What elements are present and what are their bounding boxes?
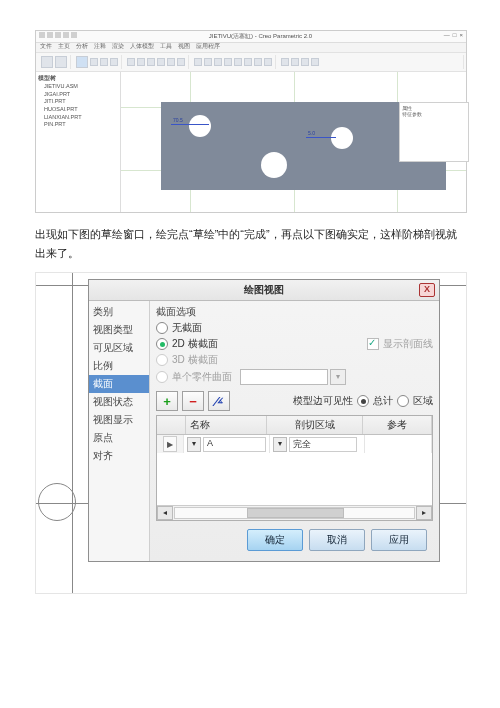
- section-options-label: 截面选项: [156, 305, 433, 319]
- menu-analysis[interactable]: 分析: [76, 43, 88, 50]
- tab-origin[interactable]: 原点: [89, 429, 149, 447]
- tab-section[interactable]: 截面: [89, 375, 149, 393]
- radio-no-section-label: 无截面: [172, 321, 202, 335]
- qat-icon: [71, 32, 77, 38]
- menu-view[interactable]: 视图: [178, 43, 190, 50]
- qat-icon: [39, 32, 45, 38]
- ribbon-icon[interactable]: [194, 58, 202, 66]
- menu-annotate[interactable]: 注释: [94, 43, 106, 50]
- radio-area-label: 区域: [413, 394, 433, 408]
- th-region[interactable]: 剖切区域: [267, 416, 363, 434]
- close-icon[interactable]: ×: [459, 32, 463, 41]
- ribbon-icon[interactable]: [100, 58, 108, 66]
- ribbon-icon[interactable]: [110, 58, 118, 66]
- dimension[interactable]: 5.0: [306, 137, 336, 138]
- table-row[interactable]: ▶ ▾ A ▾ 完全: [157, 435, 432, 453]
- ribbon-icon[interactable]: [157, 58, 165, 66]
- scroll-left-icon[interactable]: ◂: [157, 506, 173, 520]
- section-region-field[interactable]: 完全: [289, 437, 357, 452]
- ribbon-icon[interactable]: [204, 58, 212, 66]
- menu-manikin[interactable]: 人体模型: [130, 43, 154, 50]
- tab-scale[interactable]: 比例: [89, 357, 149, 375]
- radio-area[interactable]: [397, 395, 409, 407]
- tab-alignment[interactable]: 对齐: [89, 447, 149, 465]
- properties-panel[interactable]: 属性 特征参数: [399, 102, 469, 162]
- radio-no-section[interactable]: [156, 322, 168, 334]
- model-tree[interactable]: 模型树 JIETIVU.ASM JIGAI.PRT JITI.PRT HUOSA…: [36, 72, 121, 212]
- ribbon-icon[interactable]: [127, 58, 135, 66]
- checkbox-icon: [367, 338, 379, 350]
- ribbon-icon[interactable]: [214, 58, 222, 66]
- ribbon-icon[interactable]: [137, 58, 145, 66]
- radio-total[interactable]: [357, 395, 369, 407]
- dropdown-arrow-icon[interactable]: ▾: [187, 437, 201, 452]
- row-selector-icon[interactable]: ▶: [163, 436, 177, 452]
- ribbon-icon[interactable]: [311, 58, 319, 66]
- th-name[interactable]: 名称: [186, 416, 267, 434]
- ribbon-icon[interactable]: [254, 58, 262, 66]
- ribbon-icon[interactable]: [301, 58, 309, 66]
- radio-single-surface-label: 单个零件曲面: [172, 370, 232, 384]
- single-surface-field: [240, 369, 328, 385]
- ribbon-icon[interactable]: [41, 56, 53, 68]
- section-name-field[interactable]: A: [203, 437, 266, 452]
- maximize-icon[interactable]: □: [453, 32, 457, 41]
- ribbon-icon[interactable]: [90, 58, 98, 66]
- scroll-track[interactable]: [174, 507, 415, 519]
- radio-2d-section[interactable]: [156, 338, 168, 350]
- apply-button[interactable]: 应用: [371, 529, 427, 551]
- scroll-right-icon[interactable]: ▸: [416, 506, 432, 520]
- tree-item[interactable]: HUOSAI.PRT: [38, 106, 118, 114]
- ribbon-icon[interactable]: [234, 58, 242, 66]
- qat-icon: [55, 32, 61, 38]
- dimension[interactable]: 70.5: [171, 124, 209, 125]
- menu-apps[interactable]: 应用程序: [196, 43, 220, 50]
- tree-item[interactable]: LIANXIAN.PRT: [38, 114, 118, 122]
- ribbon-icon[interactable]: [55, 56, 67, 68]
- radio-total-label: 总计: [373, 394, 393, 408]
- menu-tools[interactable]: 工具: [160, 43, 172, 50]
- cancel-button[interactable]: 取消: [309, 529, 365, 551]
- ribbon-icon[interactable]: [281, 58, 289, 66]
- edit-hatch-button[interactable]: ∕∡: [208, 391, 230, 411]
- scroll-thumb[interactable]: [247, 508, 345, 518]
- tree-item[interactable]: JIETIVU.ASM: [38, 83, 118, 91]
- tree-title: 模型树: [38, 74, 118, 83]
- dropdown-arrow-icon: ▾: [330, 369, 346, 385]
- horizontal-scrollbar[interactable]: ◂ ▸: [157, 505, 432, 520]
- ribbon-icon[interactable]: [244, 58, 252, 66]
- minimize-icon[interactable]: —: [444, 32, 450, 41]
- dialog-title: 绘图视图: [244, 284, 284, 295]
- tab-view-state[interactable]: 视图状态: [89, 393, 149, 411]
- tab-view-type[interactable]: 视图类型: [89, 321, 149, 339]
- tree-item[interactable]: JITI.PRT: [38, 98, 118, 106]
- dropdown-arrow-icon[interactable]: ▾: [273, 437, 287, 452]
- close-button[interactable]: X: [419, 283, 435, 297]
- th-ref[interactable]: 参考: [363, 416, 432, 434]
- arrow-cursor-icon[interactable]: [76, 56, 88, 68]
- tab-visible-area[interactable]: 可见区域: [89, 339, 149, 357]
- radio-2d-section-label: 2D 横截面: [172, 337, 218, 351]
- tab-view-display[interactable]: 视图显示: [89, 411, 149, 429]
- show-xhatch-checkbox: 显示剖面线: [367, 337, 433, 351]
- ok-button[interactable]: 确定: [247, 529, 303, 551]
- ribbon-icon[interactable]: [177, 58, 185, 66]
- drawing-canvas[interactable]: 70.5 5.0 属性 特征参数: [121, 72, 466, 212]
- qat-icon: [63, 32, 69, 38]
- hole-feature: [331, 127, 353, 149]
- menu-home[interactable]: 主页: [58, 43, 70, 50]
- hole-feature: [261, 152, 287, 178]
- menu-render[interactable]: 渲染: [112, 43, 124, 50]
- ribbon-icon[interactable]: [147, 58, 155, 66]
- tree-item[interactable]: PIN.PRT: [38, 121, 118, 129]
- instruction-text: 出现如下图的草绘窗口，绘完点“草绘”中的“完成”，再点以下图确实定，这样阶梯剖视…: [35, 225, 465, 262]
- remove-button[interactable]: −: [182, 391, 204, 411]
- ribbon-icon[interactable]: [167, 58, 175, 66]
- tree-item[interactable]: JIGAI.PRT: [38, 91, 118, 99]
- dialog-title-bar[interactable]: 绘图视图 X: [89, 280, 439, 301]
- add-button[interactable]: +: [156, 391, 178, 411]
- ribbon-icon[interactable]: [291, 58, 299, 66]
- ribbon-icon[interactable]: [264, 58, 272, 66]
- menu-file[interactable]: 文件: [40, 43, 52, 50]
- ribbon-icon[interactable]: [224, 58, 232, 66]
